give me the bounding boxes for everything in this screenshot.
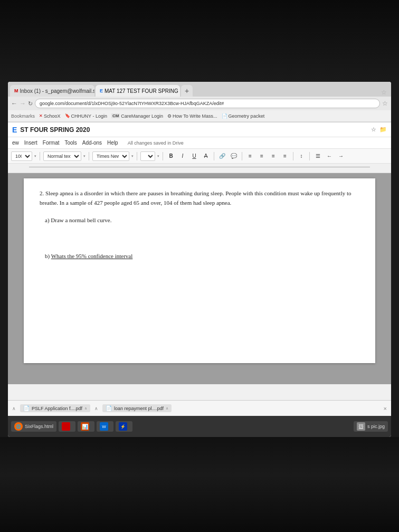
ruler bbox=[8, 164, 391, 173]
bookmark-chhuny[interactable]: 🔖 CHHUNY - Login bbox=[65, 113, 107, 119]
back-button[interactable]: ← bbox=[11, 100, 17, 107]
comment-button[interactable]: 💬 bbox=[229, 151, 239, 161]
refresh-button[interactable]: ↻ bbox=[28, 100, 33, 107]
size-select[interactable]: 14 bbox=[140, 151, 155, 161]
download-label-pslf: PSLF Application f....pdf bbox=[32, 406, 82, 411]
taskbar-sixflags[interactable]: 🌐 SixFlags.html bbox=[11, 421, 56, 432]
caremanager-label: CareManager Login bbox=[121, 113, 163, 119]
separator-7 bbox=[293, 152, 293, 160]
taskbar-icon-blue1: W bbox=[100, 422, 108, 431]
dark-bezel-top bbox=[0, 0, 399, 82]
laptop-frame: M Inbox (1) - s_pagem@wolfmail.s... × E … bbox=[0, 0, 399, 532]
question-2-text[interactable]: Sleep apnea is a disorder in which there… bbox=[40, 190, 352, 206]
download-chevron-2[interactable]: ∧ bbox=[166, 406, 168, 411]
chhuny-icon: 🔖 bbox=[65, 113, 70, 118]
bookmark-schoox[interactable]: ✕ SchooX bbox=[39, 113, 61, 119]
taskbar-sixflags-label: SixFlags.html bbox=[25, 424, 53, 429]
download-chevron-1[interactable]: ∧ bbox=[84, 406, 87, 411]
size-arrow: ▾ bbox=[157, 154, 159, 158]
ruler-line bbox=[29, 167, 370, 170]
menu-item-format[interactable]: Format bbox=[43, 140, 60, 146]
dark-bezel-right bbox=[391, 82, 399, 437]
document-page: 2. Sleep apnea is a disorder in which th… bbox=[24, 178, 375, 363]
document-area: 2. Sleep apnea is a disorder in which th… bbox=[8, 173, 391, 384]
bold-button[interactable]: B bbox=[166, 151, 176, 161]
taskbar-item-blue2[interactable]: ⚡ bbox=[116, 421, 132, 432]
indent-less-button[interactable]: ← bbox=[325, 151, 334, 161]
download-bar-expand[interactable]: ∧ bbox=[12, 406, 16, 411]
menu-item-insert[interactable]: Insert bbox=[24, 140, 37, 146]
gdocs-title-bar: E ST FOUR SPRING 2020 ☆ 📁 bbox=[8, 122, 391, 137]
menu-item-ew[interactable]: ew bbox=[12, 140, 19, 146]
sub-b-content[interactable]: Whats the 95% confidence interval bbox=[51, 253, 133, 259]
taskbar-item-chart[interactable]: 📊 bbox=[78, 421, 94, 432]
sub-item-b: b) Whats the 95% confidence interval bbox=[45, 252, 359, 261]
screen: M Inbox (1) - s_pagem@wolfmail.s... × E … bbox=[8, 82, 391, 437]
strikethrough-button[interactable]: A bbox=[201, 151, 211, 161]
download-expand-2[interactable]: ∧ bbox=[94, 406, 98, 411]
new-tab-button[interactable]: + bbox=[181, 85, 193, 97]
schoox-x-icon: ✕ bbox=[39, 113, 43, 118]
align-right-button[interactable]: ≡ bbox=[269, 151, 278, 161]
tab-bar: M Inbox (1) - s_pagem@wolfmail.s... × E … bbox=[8, 82, 391, 97]
list-button[interactable]: ☰ bbox=[313, 151, 322, 161]
bookmarks-bar: Bookmarks ✕ SchooX 🔖 CHHUNY - Login CM C… bbox=[8, 110, 391, 122]
pdf-icon-2: 📄 bbox=[106, 405, 112, 411]
download-bar: ∧ 📄 PSLF Application f....pdf ∧ ∧ 📄 loan… bbox=[8, 400, 391, 416]
style-select[interactable]: Normal text bbox=[43, 151, 81, 161]
sub-b-text[interactable]: b) Whats the 95% confidence interval bbox=[45, 252, 359, 261]
indent-more-button[interactable]: → bbox=[336, 151, 346, 161]
separator-8 bbox=[309, 152, 310, 160]
howtowrite-label: How To Write Mass... bbox=[173, 113, 217, 119]
separator-4 bbox=[163, 152, 163, 160]
question-2: 2. Sleep apnea is a disorder in which th… bbox=[40, 189, 359, 207]
gdocs-menu-bar: ew Insert Format Tools Add-ons Help All … bbox=[8, 137, 391, 149]
menu-item-addons[interactable]: Add-ons bbox=[82, 140, 102, 146]
sub-a-content[interactable]: Draw a normal bell curve. bbox=[51, 217, 111, 223]
close-download-bar[interactable]: × bbox=[384, 405, 387, 412]
align-center-button[interactable]: ≡ bbox=[257, 151, 267, 161]
taskbar-item-red1[interactable] bbox=[59, 421, 75, 432]
title-star-icon[interactable]: ☆ bbox=[371, 126, 376, 133]
browser-controls: ☆ bbox=[194, 87, 389, 97]
link-button[interactable]: 🔗 bbox=[217, 151, 227, 161]
font-arrow: ▾ bbox=[131, 154, 134, 158]
bookmark-caremanager[interactable]: CM CareManager Login bbox=[111, 113, 163, 119]
geometry-label: Geometry packet bbox=[229, 113, 265, 119]
forward-button[interactable]: → bbox=[20, 100, 26, 107]
menu-item-help[interactable]: Help bbox=[107, 140, 118, 146]
tab-gdocs[interactable]: E MAT 127 TEST FOUR SPRING 20... × bbox=[96, 85, 180, 97]
doc-title[interactable]: ST FOUR SPRING 2020 bbox=[20, 126, 368, 134]
howtowrite-icon: ⚙ bbox=[167, 113, 172, 119]
separator-6 bbox=[242, 152, 242, 160]
underline-button[interactable]: U bbox=[189, 151, 199, 161]
italic-button[interactable]: I bbox=[178, 151, 187, 161]
dark-bezel-left bbox=[0, 82, 8, 437]
star-button[interactable]: ☆ bbox=[381, 89, 387, 96]
download-item-pslf[interactable]: 📄 PSLF Application f....pdf ∧ bbox=[20, 404, 90, 412]
taskbar: 🌐 SixFlags.html 📊 W ⚡ 🖼 s pic.jpg bbox=[8, 416, 391, 437]
gdocs-format-bar: 100% ▾ Normal text ▾ Times New... ▾ 14 ▾ bbox=[8, 149, 391, 164]
tab-gmail[interactable]: M Inbox (1) - s_pagem@wolfmail.s... × bbox=[10, 85, 94, 97]
align-left-button[interactable]: ≡ bbox=[245, 151, 255, 161]
sub-a-text[interactable]: a) Draw a normal bell curve. bbox=[45, 216, 359, 225]
menu-item-tools[interactable]: Tools bbox=[64, 140, 77, 146]
bookmark-geometry[interactable]: 📄 Geometry packet bbox=[222, 113, 265, 119]
zoom-arrow: ▾ bbox=[34, 154, 36, 158]
taskbar-item-blue1[interactable]: W bbox=[97, 421, 113, 432]
saved-status: All changes saved in Drive bbox=[128, 140, 184, 146]
spic-icon: 🖼 bbox=[357, 422, 365, 431]
justify-button[interactable]: ≡ bbox=[280, 151, 290, 161]
download-item-loan[interactable]: 📄 loan repayment pl....pdf ∧ bbox=[102, 404, 172, 412]
font-select[interactable]: Times New... bbox=[92, 151, 129, 161]
bookmarks-label: Bookmarks bbox=[11, 113, 35, 119]
geometry-icon: 📄 bbox=[222, 113, 227, 119]
taskbar-spicjpg[interactable]: 🖼 s pic.jpg bbox=[354, 421, 388, 432]
address-input[interactable] bbox=[35, 99, 380, 108]
line-spacing-button[interactable]: ↕ bbox=[297, 151, 306, 161]
zoom-select[interactable]: 100% bbox=[11, 151, 32, 161]
bookmark-howtowrite[interactable]: ⚙ How To Write Mass... bbox=[167, 113, 217, 119]
bookmark-star[interactable]: ☆ bbox=[382, 100, 388, 107]
download-label-loan: loan repayment pl....pdf bbox=[114, 406, 164, 411]
title-folder-icon[interactable]: 📁 bbox=[379, 126, 387, 133]
